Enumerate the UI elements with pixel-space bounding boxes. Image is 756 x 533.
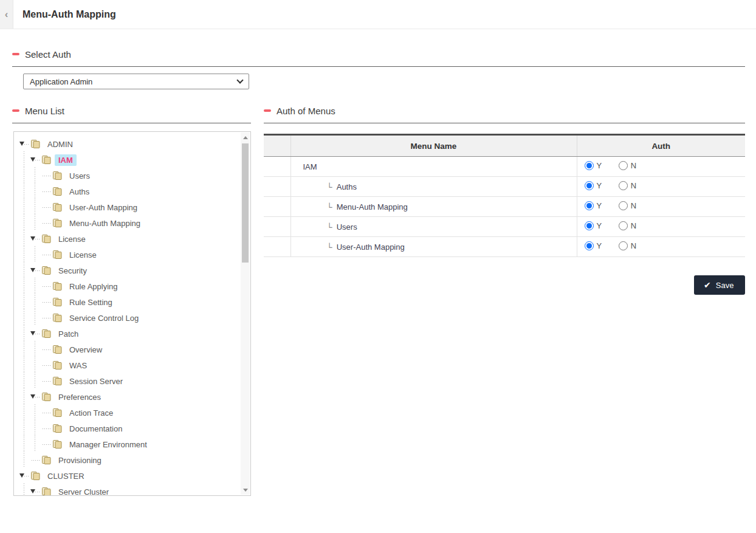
tree-scrollbar[interactable] [241,132,250,495]
tree-expander-icon[interactable] [19,468,30,484]
tree-expander-icon [41,357,52,373]
tree-node-label: Overview [66,344,106,356]
tree-node[interactable]: Service Control Log [19,310,250,326]
tree-node[interactable]: Server Cluster [19,484,250,496]
folder-icon [52,171,63,181]
tree-node-label: User-Auth Mapping [66,202,141,213]
tree-node-label: Rule Setting [66,297,116,308]
row-index-cell [264,217,290,237]
save-button[interactable]: ✔ Save [694,275,745,295]
auth-no-option[interactable]: N [619,201,636,210]
tree-node[interactable]: IAM [19,152,250,168]
tree-node[interactable]: Action Trace [19,405,250,421]
auth-yes-option[interactable]: Y [585,181,602,190]
tree-node[interactable]: ADMIN [19,136,250,152]
tree-node[interactable]: WAS [19,357,250,373]
columns: Menu List ADMIN IAM Users [12,104,745,496]
auth-cell: Y N [577,157,745,177]
back-button[interactable]: ‹ [0,0,13,29]
auth-no-radio[interactable] [619,201,628,210]
auth-cell: Y N [577,197,745,217]
auth-yes-option[interactable]: Y [585,241,602,250]
auth-yes-option[interactable]: Y [585,161,602,170]
menu-tree: ADMIN IAM Users Auths User-Auth Mapp [19,136,250,496]
tree-expander-icon [41,421,52,436]
auth-no-radio[interactable] [619,221,628,230]
tree-node[interactable]: Manager Environment [19,436,250,452]
tree-node[interactable]: Provisioning [19,452,250,468]
tree-expander-icon[interactable] [30,231,41,247]
tree-node[interactable]: Users [19,168,250,184]
menu-list-column: Menu List ADMIN IAM Users [12,104,251,496]
auth-column-header: Auth [577,135,745,157]
scrollbar-down-arrow-icon[interactable] [241,485,250,495]
tree-expander-icon[interactable] [30,326,41,342]
tree-node[interactable]: Menu-Auth Mapping [19,215,250,231]
auth-no-option[interactable]: N [619,181,636,190]
save-row: ✔ Save [264,275,745,295]
tree-node-label: Menu-Auth Mapping [66,218,144,229]
tree-expander-icon [41,342,52,357]
auth-select[interactable]: Application Admin [23,74,249,89]
tree-expander-icon[interactable] [30,152,41,168]
section-dash-icon [12,109,19,112]
auth-yes-radio[interactable] [585,221,594,230]
auth-yes-radio[interactable] [585,181,594,190]
folder-icon [41,266,52,275]
child-branch-icon: └ [327,222,332,232]
tree-node[interactable]: Overview [19,342,250,357]
section-dash-icon [12,53,19,55]
menu-tree-panel: ADMIN IAM Users Auths User-Auth Mapp [13,131,251,496]
auth-select-wrap: Application Admin [23,74,249,89]
auth-yes-radio[interactable] [585,161,594,170]
auth-yes-radio[interactable] [585,241,594,250]
table-row: └Users Y N [264,217,745,237]
folder-icon [52,250,63,260]
tree-node[interactable]: License [19,247,250,263]
tree-expander-icon [41,405,52,421]
tree-node[interactable]: CLUSTER [19,468,250,484]
tree-expander-icon[interactable] [19,136,30,152]
tree-node[interactable]: Security [19,263,250,278]
menu-name-cell: └Users [290,217,577,237]
tree-node[interactable]: Preferences [19,389,250,405]
select-auth-rule [12,66,745,67]
tree-expander-icon [41,373,52,389]
auth-no-option[interactable]: N [619,221,636,230]
auth-yes-option[interactable]: Y [585,221,602,230]
tree-expander-icon[interactable] [30,389,41,405]
auth-yes-option[interactable]: Y [585,201,602,210]
tree-node[interactable]: User-Auth Mapping [19,199,250,215]
tree-node[interactable]: Session Server [19,373,250,389]
table-row: └Auths Y N [264,177,745,197]
folder-icon [52,281,63,291]
tree-expander-icon[interactable] [30,263,41,278]
auth-table: Menu Name Auth IAM Y N └Auths Y [264,134,745,257]
tree-node[interactable]: Rule Setting [19,294,250,310]
tree-node-label: Users [66,170,94,182]
tree-node[interactable]: License [19,231,250,247]
auth-no-option[interactable]: N [619,161,636,170]
auth-cell: Y N [577,237,745,257]
tree-node[interactable]: Documentation [19,421,250,436]
auth-no-radio[interactable] [619,161,628,170]
scrollbar-up-arrow-icon[interactable] [241,132,250,142]
auth-yes-radio[interactable] [585,201,594,210]
auth-no-radio[interactable] [619,241,628,250]
menu-list-section-head: Menu List [12,104,251,117]
page-title: Menu-Auth Mapping [13,0,116,29]
tree-node[interactable]: Auths [19,184,250,199]
tree-expander-icon [41,168,52,184]
auth-no-radio[interactable] [619,181,628,190]
folder-icon [52,376,63,386]
row-index-cell [264,157,290,177]
auth-no-option[interactable]: N [619,241,636,250]
tree-node-label: CLUSTER [44,470,88,482]
tree-expander-icon [30,452,41,468]
tree-expander-icon[interactable] [30,484,41,496]
tree-node[interactable]: Patch [19,326,250,342]
folder-icon [41,234,52,244]
tree-node[interactable]: Rule Applying [19,278,250,294]
tree-node-label: ADMIN [44,139,77,150]
scrollbar-thumb[interactable] [242,143,249,263]
